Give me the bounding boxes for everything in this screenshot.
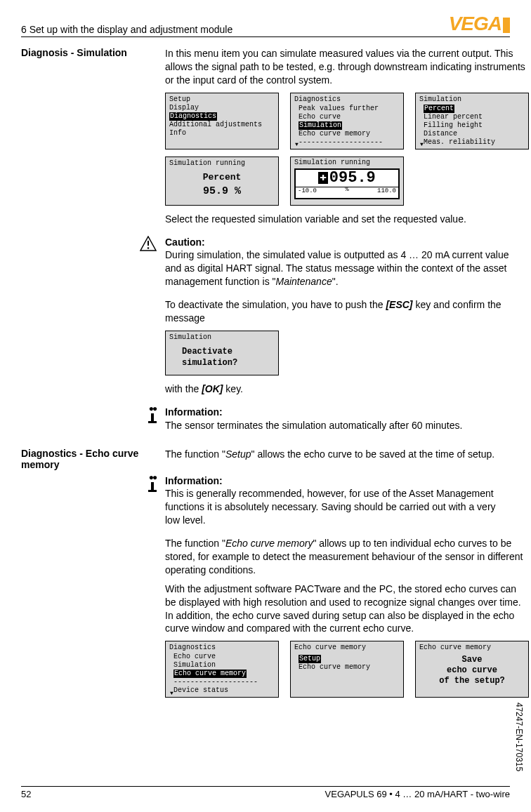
lcd-deactivate-prompt: Simulation Deactivate simulation?	[165, 331, 279, 375]
info-recommended: Information: This is generally recommend…	[165, 474, 510, 528]
vega-logo: VEGA	[449, 13, 510, 35]
lcd-save-echo-prompt: Echo curve memory Save echo curve of the…	[415, 641, 529, 698]
lcd-diagnostics-menu: Diagnostics Peak values further Echo cur…	[290, 93, 404, 149]
information-icon: ●●	[148, 474, 157, 533]
lcd-main-menu: Setup Display Diagnostics Additional adj…	[165, 93, 279, 149]
para-echo-setup: The function "Setup" allows the echo cur…	[165, 448, 510, 461]
information-icon: ●●	[148, 406, 157, 438]
lcd-diag-echo-menu: Diagnostics Echo curve Simulation Echo c…	[165, 641, 279, 698]
page-number: 52	[21, 789, 31, 799]
section-heading-echo: Diagnostics - Echo curve memory	[21, 448, 158, 470]
para-pactware: With the adjustment software PACTware an…	[165, 583, 529, 636]
para-sim-intro: In this menu item you can simulate measu…	[165, 47, 529, 87]
logo-block-icon	[503, 18, 510, 33]
lcd-simulation-menu: Simulation Percent Linear percent Fillin…	[415, 93, 529, 149]
lcd-echo-memory-menu: Echo curve memory Setup Echo curve memor…	[290, 641, 404, 698]
para-deactivate: To deactivate the simulation, you have t…	[165, 298, 510, 325]
svg-point-1	[148, 247, 150, 249]
info-60min: Information: The sensor terminates the s…	[165, 406, 510, 432]
lcd-sim-running-percent: Simulation running Percent 95.9 %	[165, 157, 279, 206]
page-footer: 52 VEGAPULS 69 • 4 … 20 mA/HART - two-wi…	[21, 786, 510, 799]
para-select-variable: Select the requested simulation variable…	[165, 213, 529, 226]
para-echo-memory: The function "Echo curve memory" allows …	[165, 537, 529, 577]
product-name: VEGAPULS 69 • 4 … 20 mA/HART - two-wire	[325, 789, 510, 799]
caution-text: Caution: During simulation, the simulate…	[165, 236, 510, 289]
lcd-sim-running-meter: Simulation running ✚095.9 -10.0 % 110.0	[290, 157, 404, 206]
meter-display: ✚095.9 -10.0 % 110.0	[294, 168, 400, 199]
section-title: 6 Set up with the display and adjustment…	[21, 24, 232, 35]
scroll-down-icon: ▼	[420, 141, 424, 148]
scroll-down-icon: ▼	[295, 141, 299, 148]
section-heading-simulation: Diagnosis - Simulation	[21, 47, 158, 58]
document-id-vertical: 47247-EN-170315	[514, 703, 524, 771]
scroll-down-icon: ▼	[170, 690, 173, 697]
para-ok-key: with the [OK] key.	[165, 382, 510, 396]
plus-icon: ✚	[318, 172, 328, 185]
page-header: 6 Set up with the display and adjustment…	[21, 13, 510, 37]
caution-icon	[140, 236, 157, 251]
